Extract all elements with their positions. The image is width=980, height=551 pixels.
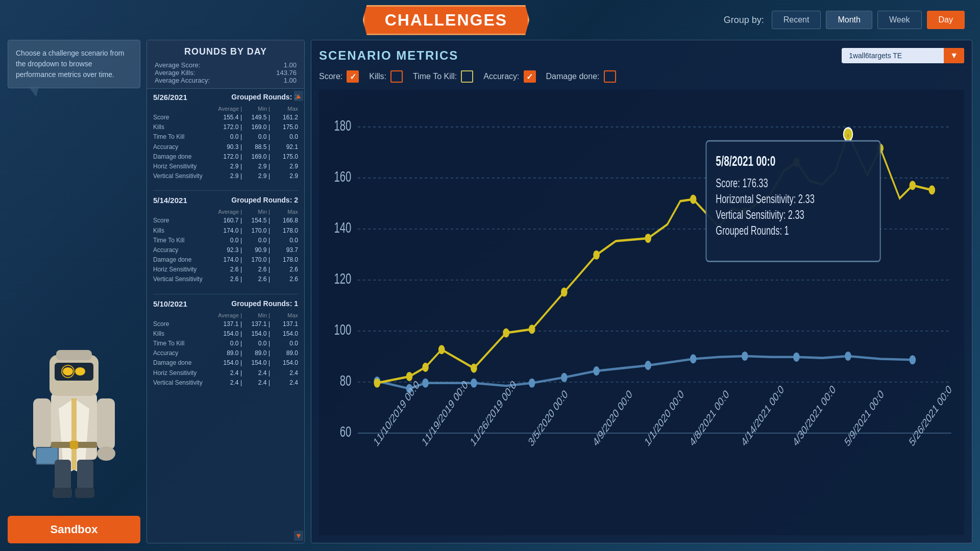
rounds-panel: ROUNDS BY DAY Average Score: 1.00 Averag… [146,40,305,543]
filter-damage: Damage done: [546,70,616,83]
table-row: Score 160.7 |154.5 |166.8 [153,216,298,226]
score-checkbox[interactable]: ✓ [347,70,359,83]
svg-text:Horizontal Sensitivity: 2.33: Horizontal Sensitivity: 2.33 [716,192,814,206]
rounds-summary: Average Score: 1.00 Average Kills: 143.7… [155,61,297,84]
rounds-title: ROUNDS BY DAY [155,46,297,57]
group-week-button[interactable]: Week [877,11,922,29]
svg-point-56 [471,364,477,373]
group-recent-button[interactable]: Recent [772,11,821,29]
svg-point-59 [561,287,568,296]
svg-text:180: 180 [334,117,351,134]
chart-svg: 180 160 140 120 100 80 60 [319,90,964,535]
svg-point-58 [529,324,535,334]
scenario-select-text: 1wall6targets TE [842,48,944,63]
svg-text:100: 100 [334,321,351,338]
avg-score-val: 1.00 [284,61,297,69]
svg-point-53 [406,372,413,381]
svg-point-62 [690,195,697,204]
robot-figure [23,327,125,500]
svg-point-13 [63,367,73,375]
table-row: Vertical Sensitivity 2.9 |2.9 |2.9 [153,171,298,181]
svg-point-65 [844,128,853,141]
avg-score-label: Average Score: [155,61,200,69]
group-day-button[interactable]: Day [927,11,965,29]
table-row: Accuracy 90.3 |88.5 |92.1 [153,142,298,152]
avg-accuracy-val: 1.00 [284,77,297,84]
table-row: Score 137.1 |137.1 |137.1 [153,319,298,329]
filter-kills-label: Kills: [369,72,386,81]
sandbox-button[interactable]: Sandbox [8,516,140,543]
filter-ttk: Time To Kill: [413,70,473,83]
round-grouped-0: Grouped Rounds: 2 [231,93,298,102]
svg-point-67 [910,181,916,190]
main-content: Choose a challenge scenario from the dro… [0,40,980,551]
avg-kills-val: 143.76 [276,69,297,77]
svg-point-14 [75,367,85,375]
svg-rect-3 [33,398,51,449]
svg-point-50 [845,352,851,361]
accuracy-checkbox[interactable]: ✓ [524,70,536,83]
scenario-select[interactable]: 1wall6targets TE ▼ [842,48,964,63]
round-date-0: 5/26/2021 [153,93,187,102]
svg-point-49 [793,353,800,362]
round-group-0: 5/26/2021 Grouped Rounds: 2 Average |Min… [153,93,298,181]
svg-rect-4 [97,398,115,449]
metrics-title: SCENARIO METRICS [319,48,458,63]
svg-text:120: 120 [334,270,351,287]
svg-rect-22 [75,488,94,498]
table-row: Accuracy 92.3 |90.9 |93.7 [153,245,298,255]
svg-text:Grouped Rounds: 1: Grouped Rounds: 1 [716,224,789,237]
group-by-controls: Group by: Recent Month Week Day [724,11,965,29]
table-row: Vertical Sensitivity 2.6 |2.6 |2.6 [153,274,298,284]
table-row: Score 155.4 |149.5 |161.2 [153,113,298,122]
svg-point-51 [910,355,916,364]
header: CHALLENGES Group by: Recent Month Week D… [0,0,980,40]
svg-point-47 [690,354,697,363]
avg-kills-label: Average Kills: [155,69,195,77]
ttk-checkbox[interactable] [461,70,473,83]
table-row: Damage done 172.0 |169.0 |175.0 [153,152,298,162]
svg-rect-18 [70,441,78,449]
kills-checkbox[interactable] [390,70,403,83]
svg-point-43 [529,379,535,388]
scroll-down-button[interactable]: ▼ [294,531,303,541]
svg-text:5/8/2021 00:0: 5/8/2021 00:0 [716,154,775,169]
svg-text:80: 80 [340,372,351,389]
table-row: Horiz Sensitivity 2.4 |2.4 |2.4 [153,368,298,378]
svg-point-61 [645,234,651,243]
rounds-body: ▲ 5/26/2021 Grouped Rounds: 2 Average |M… [147,89,304,543]
svg-point-44 [561,373,568,382]
round-date-1: 5/14/2021 [153,196,187,205]
svg-point-46 [645,361,651,370]
svg-point-68 [928,185,935,194]
scenario-dropdown-arrow[interactable]: ▼ [944,48,964,63]
scroll-up-button[interactable]: ▲ [294,91,303,101]
round-grouped-1: Grouped Rounds: 2 [231,196,298,205]
svg-point-41 [422,379,429,388]
damage-checkbox[interactable] [604,70,616,83]
metrics-header: SCENARIO METRICS 1wall6targets TE ▼ [319,48,964,63]
svg-point-52 [374,379,380,388]
svg-point-48 [742,352,748,361]
table-row: Kills 172.0 |169.0 |175.0 [153,122,298,132]
svg-text:Vertical Sensitivity: 2.33: Vertical Sensitivity: 2.33 [716,208,804,221]
hint-box: Choose a challenge scenario from the dro… [8,40,140,88]
filter-damage-label: Damage done: [546,72,600,81]
svg-rect-11 [56,350,92,360]
table-row: Vertical Sensitivity 2.4 |2.4 |2.4 [153,378,298,388]
svg-point-55 [438,345,445,354]
round-group-2: 5/10/2021 Grouped Rounds: 1 Average |Min… [153,299,298,388]
filter-ttk-label: Time To Kill: [413,72,457,81]
table-row: Horiz Sensitivity 2.9 |2.9 |2.9 [153,162,298,171]
chart-container: 180 160 140 120 100 80 60 [319,90,964,535]
filter-score: Score: ✓ [319,70,359,83]
robot-container [8,93,140,506]
table-row: Time To Kill 0.0 |0.0 |0.0 [153,132,298,142]
metrics-panel: SCENARIO METRICS 1wall6targets TE ▼ Scor… [311,40,972,543]
rounds-scroll[interactable]: 5/26/2021 Grouped Rounds: 2 Average |Min… [147,89,304,543]
svg-text:Score: 176.33: Score: 176.33 [716,177,768,190]
filter-score-label: Score: [319,72,342,81]
rounds-header: ROUNDS BY DAY Average Score: 1.00 Averag… [147,40,304,89]
svg-rect-20 [77,460,93,490]
group-month-button[interactable]: Month [826,11,872,29]
